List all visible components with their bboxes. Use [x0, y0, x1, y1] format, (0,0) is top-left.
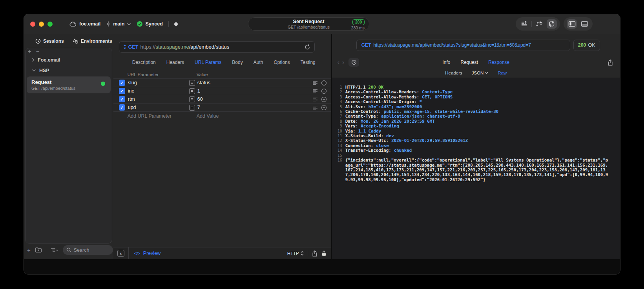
- equals-icon[interactable]: =: [189, 96, 195, 102]
- param-value[interactable]: status: [197, 80, 210, 85]
- remove-param-icon[interactable]: [321, 80, 327, 86]
- request-method[interactable]: GET: [128, 44, 139, 50]
- history-button[interactable]: [348, 58, 359, 67]
- branch-name: main: [113, 21, 124, 27]
- toggle-bottom-panel-button[interactable]: [579, 19, 589, 29]
- forward-button[interactable]: ›: [342, 59, 344, 65]
- project-name: foe.email: [79, 21, 100, 27]
- tab-description[interactable]: Description: [132, 60, 156, 65]
- tab-request[interactable]: Request: [460, 60, 478, 65]
- sidebar-request-item[interactable]: Request GET /api/embed/status: [27, 76, 111, 93]
- group-divider: [531, 21, 532, 27]
- param-name[interactable]: upd: [128, 105, 189, 110]
- header-value: 2026-01-26T20:29:59.859105261Z: [391, 138, 468, 143]
- sent-request-url[interactable]: GET https://statuspage.me/api/embed/stat…: [356, 40, 570, 51]
- equals-icon[interactable]: =: [189, 105, 195, 111]
- sidebar-add-remove: + −: [28, 48, 40, 55]
- add-url-parameter[interactable]: Add URL Parameter: [128, 113, 197, 119]
- tab-info[interactable]: Info: [442, 60, 450, 65]
- back-button[interactable]: ‹: [338, 59, 339, 65]
- line-number: 11: [332, 134, 345, 138]
- reorder-icon[interactable]: [312, 105, 318, 110]
- new-folder-button[interactable]: [35, 247, 42, 253]
- tab-response[interactable]: Response: [488, 60, 509, 65]
- tree-item-hsp[interactable]: HSP: [26, 65, 112, 76]
- param-checkbox[interactable]: ✓: [119, 104, 125, 111]
- branch-selector[interactable]: main: [106, 21, 131, 27]
- equals-icon[interactable]: =: [189, 80, 195, 86]
- request-url-bar[interactable]: GET https://statuspage.me/api/embed/stat…: [119, 41, 315, 53]
- tab-sessions[interactable]: Sessions: [35, 38, 64, 44]
- protocol-select[interactable]: HTTP: [287, 251, 304, 256]
- response-status-box: 200 OK: [573, 40, 600, 51]
- remove-param-icon[interactable]: [321, 105, 327, 111]
- sync-check-icon: [137, 21, 143, 27]
- sync-branches-button[interactable]: [534, 19, 544, 29]
- reorder-icon[interactable]: [312, 81, 318, 85]
- response-raw-view[interactable]: 1 HTTP/1.1 200 OK 2Access-Control-Allow-…: [332, 78, 620, 259]
- subtab-raw[interactable]: Raw: [498, 71, 507, 75]
- response-status-text: OK: [588, 42, 595, 48]
- remove-item-button[interactable]: −: [36, 48, 40, 55]
- http-protocol: HTTP/1.1: [345, 85, 369, 90]
- tab-auth[interactable]: Auth: [254, 60, 263, 65]
- resend-request-button[interactable]: [305, 44, 310, 50]
- tab-options[interactable]: Options: [274, 60, 290, 65]
- tree-item-foe-email[interactable]: Foe.email: [26, 55, 112, 65]
- reorder-icon[interactable]: [312, 89, 318, 93]
- param-value[interactable]: 1: [197, 88, 200, 94]
- param-checkbox[interactable]: ✓: [119, 88, 125, 94]
- tab-body[interactable]: Body: [232, 60, 243, 65]
- url-path: /api/embed/status: [189, 44, 230, 50]
- new-request-button[interactable]: +: [27, 247, 31, 253]
- method-stepper-icon[interactable]: [123, 44, 126, 49]
- sort-filter-button[interactable]: [51, 248, 58, 253]
- subtab-json[interactable]: JSON: [472, 71, 489, 75]
- titlebar-divider: [168, 21, 169, 27]
- equals-icon[interactable]: =: [189, 88, 195, 94]
- subtab-headers[interactable]: Headers: [445, 71, 462, 75]
- tab-testing[interactable]: Testing: [301, 60, 316, 65]
- sidebar-search[interactable]: [63, 245, 113, 255]
- subtab-json-label: JSON: [472, 71, 484, 75]
- activity-pill[interactable]: Sent Request GET /api/embed/status 200 2…: [248, 17, 369, 31]
- param-checkbox[interactable]: ✓: [119, 96, 125, 102]
- tab-environments[interactable]: Environments: [73, 38, 112, 44]
- param-value[interactable]: 60: [197, 96, 203, 102]
- zoom-window-button[interactable]: [47, 22, 53, 27]
- add-item-button[interactable]: +: [28, 48, 31, 55]
- tab-headers[interactable]: Headers: [166, 60, 184, 65]
- header-value: h3=":443"; ma=2592000: [369, 104, 422, 109]
- tab-url-params[interactable]: URL Params: [195, 60, 221, 65]
- param-value[interactable]: 7: [197, 105, 200, 110]
- sync-status[interactable]: Synced: [137, 21, 162, 27]
- preview-button[interactable]: </> Preview: [134, 251, 161, 256]
- reorder-icon[interactable]: [312, 97, 318, 102]
- remove-param-icon[interactable]: [321, 88, 327, 94]
- send-queue-button[interactable]: [519, 19, 529, 29]
- remove-param-icon[interactable]: [321, 96, 327, 102]
- collapse-panel-button[interactable]: ▲: [117, 250, 124, 257]
- request-url[interactable]: https://statuspage.me/api/embed/status: [140, 44, 229, 50]
- import-export-button[interactable]: [547, 19, 557, 29]
- export-response-button[interactable]: [608, 59, 613, 66]
- param-name[interactable]: slug: [128, 80, 189, 85]
- param-name[interactable]: inc: [128, 88, 189, 94]
- minimize-window-button[interactable]: [39, 22, 44, 27]
- add-value[interactable]: Add Value: [197, 113, 219, 119]
- header-value: Mon, 26 Jan 2026 20:29:59 GMT: [361, 119, 435, 124]
- col-url-parameter: URL Parameter: [128, 72, 197, 77]
- param-name[interactable]: rtm: [128, 96, 189, 102]
- response-body-line: 16{"incidents":null,"overall":{"code":"o…: [332, 158, 620, 182]
- panel-left-icon: [568, 21, 576, 27]
- share-icon[interactable]: [312, 250, 317, 257]
- lock-icon[interactable]: [321, 250, 327, 256]
- header-value: Content-Type: [422, 89, 452, 95]
- close-window-button[interactable]: [30, 22, 35, 27]
- project-switcher[interactable]: foe.email: [69, 21, 100, 27]
- response-panel: GET https://statuspage.me/api/embed/stat…: [332, 34, 620, 259]
- toggle-sidebar-button[interactable]: [567, 19, 577, 29]
- param-checkbox[interactable]: ✓: [119, 80, 125, 86]
- search-input[interactable]: [74, 247, 113, 253]
- line-number: 4: [332, 100, 345, 104]
